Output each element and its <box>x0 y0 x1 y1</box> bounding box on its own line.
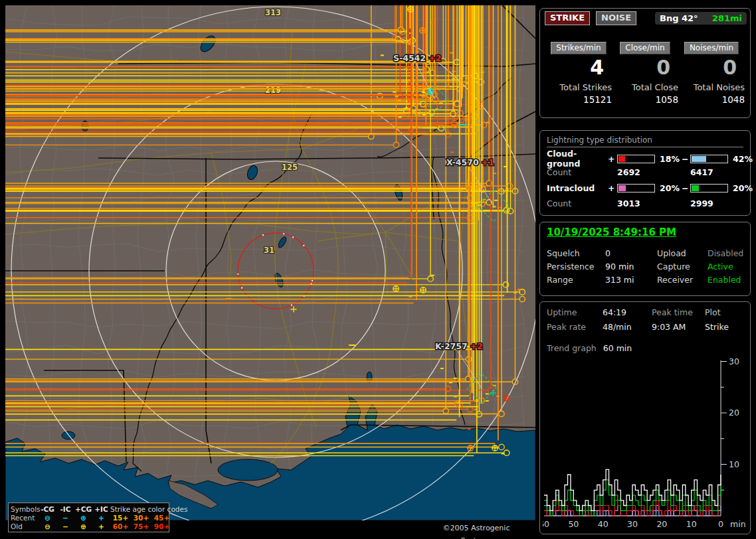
strike-mode-button[interactable]: STRIKE <box>545 11 590 25</box>
total-noises-label: Total Noises <box>678 82 745 92</box>
status-fields: Squelch 0 Upload Disabled Persistence 90… <box>547 249 746 284</box>
ring-bearing-dot <box>303 245 304 246</box>
cg-minus-bar-fill <box>692 156 706 162</box>
legend-symbol-+CG: ⊕ <box>74 514 92 522</box>
legend-age-15+: 15+ <box>110 514 131 522</box>
strike-symbol-cgplus <box>428 89 433 94</box>
capture-label: Capture <box>657 262 708 271</box>
ic-count-label: Count <box>547 198 617 208</box>
legend-symbol--CG: ⊖ <box>39 514 56 522</box>
ring-bearing-dot <box>291 305 292 306</box>
datetime-display: 10/19/2025 8:49:16 PM <box>547 226 676 238</box>
intracloud-label: Intracloud <box>547 183 608 193</box>
strike-symbol-cgplus <box>492 445 498 451</box>
intracloud-row: Intracloud + 20% − 20% <box>547 180 747 196</box>
plot-value: Strike <box>705 323 746 331</box>
close-per-min-value: 0 <box>612 55 678 80</box>
trend-graph-value: 60 min <box>603 343 632 353</box>
range-value: 313 mi <box>605 275 657 284</box>
ic-minus-count: 2999 <box>690 198 747 208</box>
ring-bearing-dot <box>283 233 284 234</box>
persistence-value: 90 min <box>605 262 657 271</box>
x-tick-label: 40 <box>598 519 609 529</box>
x-tick-label: 60 <box>543 519 549 529</box>
strikes-per-min-chip: Strikes/min <box>551 42 606 54</box>
legend-symbol-+IC: + <box>92 522 110 530</box>
session-fields: Uptime 64:19 Peak time Plot Peak rate 48… <box>547 308 746 331</box>
peak-time-label: Peak time <box>652 308 705 317</box>
noise-mode-button[interactable]: NOISE <box>596 11 636 25</box>
legend-age-60+: 60+ <box>110 522 131 530</box>
legend-age-75+: 75+ <box>131 522 151 530</box>
minus-sign: − <box>682 154 690 164</box>
intracloud-count-row: Count 3013 2999 <box>547 196 747 211</box>
x-tick-label: 10 <box>686 519 697 529</box>
strike-symbol-cgplus <box>504 396 509 401</box>
ring-label-313: 313 <box>265 8 281 17</box>
total-noises-value: 1048 <box>678 94 745 105</box>
peak-time-value: 9:03 AM <box>652 323 705 331</box>
bearing-display: Bng 42° 281mi <box>655 12 747 25</box>
legend-col-+IC: +IC <box>92 505 110 513</box>
x-tick-label: 30 <box>627 519 638 529</box>
legend-row-label-Old: Old <box>11 522 39 530</box>
strike-symbol-cgplus <box>421 287 426 293</box>
trend-graph-setting: Trend graph 60 min <box>547 343 632 353</box>
x-tick-label: 0 <box>718 519 723 529</box>
peak-rate-label: Peak rate <box>547 323 603 331</box>
x-axis-unit: min <box>730 519 746 529</box>
legend-col--CG: -CG <box>39 505 56 513</box>
legend-age-45+: 45+ <box>151 514 172 522</box>
legend-age-header: Strike age color codes <box>110 505 173 513</box>
legend-symbol--CG: ⊖ <box>39 522 56 530</box>
uptime-label: Uptime <box>547 308 603 317</box>
lightning-distribution-panel: Lightning type distribution Cloud-ground… <box>539 130 751 216</box>
lightning-map[interactable]: 31321912531S-4542+2X-4570+1K-2757+2 <box>5 5 535 520</box>
total-strikes-value: 15121 <box>545 94 612 105</box>
legend-col--IC: -IC <box>56 505 74 513</box>
cloud-ground-count-row: Count 2692 6417 <box>547 165 747 180</box>
ic-minus-percent: 20% <box>729 183 755 193</box>
cg-plus-bar-fill <box>618 156 625 162</box>
cg-plus-count: 2692 <box>617 167 690 177</box>
strike-counter-panel: STRIKE NOISE Bng 42° 281mi Strikes/min 4… <box>539 8 751 118</box>
copyright-label: ©2005 Astrogenic Systems <box>426 522 526 535</box>
strikes-per-min-column: Strikes/min 4 Total Strikes 15121 <box>545 42 612 105</box>
y-tick-label: 30 <box>729 356 739 366</box>
noises-per-min-column: Noises/min 0 Total Noises 1048 <box>678 42 745 105</box>
legend-symbol--IC: − <box>56 514 74 522</box>
plot-label: Plot <box>705 308 746 317</box>
ring-bearing-dot <box>241 287 242 289</box>
total-close-label: Total Close <box>612 82 678 92</box>
cg-count-label: Count <box>547 167 617 177</box>
capture-value: Active <box>708 262 746 271</box>
ic-plus-bar-fill <box>618 185 626 191</box>
mode-row: STRIKE NOISE Bng 42° 281mi <box>545 11 747 25</box>
legend-row: Symbols-CG-IC+CG+ICStrike age color code… <box>11 504 167 513</box>
close-per-min-column: Close/min 0 Total Close 1058 <box>612 42 678 105</box>
persistence-label: Persistence <box>547 262 605 271</box>
close-per-min-chip: Close/min <box>620 42 670 54</box>
ring-bearing-dot <box>262 234 264 236</box>
distribution-title: Lightning type distribution <box>547 135 743 147</box>
cg-plus-percent: 18% <box>656 154 682 164</box>
legend-symbol--IC: − <box>56 522 74 530</box>
squelch-label: Squelch <box>547 249 605 258</box>
y-tick-label: 10 <box>729 459 739 469</box>
ic-minus-bar-fill <box>692 185 699 191</box>
noises-per-min-value: 0 <box>678 55 745 80</box>
lake-pontchartrain <box>218 459 278 481</box>
x-tick-label: 20 <box>656 519 667 529</box>
strike-trend-chart: 1020306050403020100min <box>543 356 749 534</box>
cloud-ground-row: Cloud-ground + 18% − 42% <box>547 149 747 165</box>
ring-label-31: 31 <box>264 246 274 255</box>
ring-bearing-dot <box>292 236 294 238</box>
ic-plus-bar <box>617 184 655 193</box>
distribution-grid: Cloud-ground + 18% − 42% Count 2692 6417… <box>547 149 747 211</box>
strike-symbol-cgplus <box>468 445 473 451</box>
legend-symbol-+IC: + <box>92 514 110 522</box>
trend-graph-label: Trend graph <box>547 343 597 353</box>
ic-minus-bar <box>690 184 728 193</box>
upload-label: Upload <box>657 249 708 258</box>
cloud-ground-label: Cloud-ground <box>547 149 608 169</box>
